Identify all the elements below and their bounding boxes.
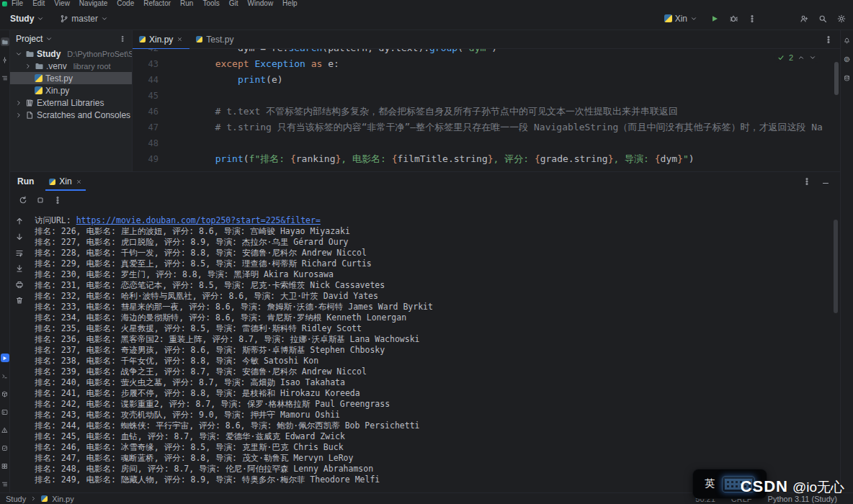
prev-occurrence-button[interactable] [15,217,24,225]
menu-bar: FileEditViewNavigateCodeRefactorRunTools… [0,0,853,7]
chevron-down-icon[interactable] [14,50,22,58]
editor-tab-xin-py[interactable]: Xin.py [133,30,189,49]
project-widget[interactable]: Study [7,12,47,25]
tree-item-study[interactable]: StudyD:\PythonProSet\Study [10,48,132,60]
line-number[interactable]: 46 [133,104,170,120]
project-panel: Project StudyD:\PythonProSet\Study.venvl… [10,30,133,171]
editor-tabs: Xin.pyTest.py [133,30,840,49]
run-config-widget[interactable]: Xin [661,12,700,25]
close-icon[interactable] [76,179,82,185]
terminal-toolwindow-button[interactable] [1,372,9,380]
movie-output-line: 排名: 231, 电影名: 恋恋笔记本, 评分: 8.5, 导演: 尼克·卡索维… [35,280,840,291]
menu-navigate[interactable]: Navigate [79,0,107,7]
code-with-me-button[interactable] [800,14,808,23]
problems-toolwindow-button[interactable] [1,426,9,434]
hide-panel-button[interactable] [821,177,830,186]
editor-scrollbar[interactable] [834,62,839,95]
inspections-widget[interactable]: 2 [774,53,820,63]
console-scrollbar[interactable] [834,220,838,313]
structure-icon [1,75,8,81]
close-icon[interactable] [177,36,183,42]
run-button[interactable] [710,14,719,23]
search-everywhere-button[interactable] [818,14,827,23]
movie-output-line: 排名: 243, 电影名: 攻壳机动队, 评分: 9.0, 导演: 押井守 Ma… [35,410,840,420]
menu-refactor[interactable]: Refactor [143,0,171,7]
editor-tab-test-py[interactable]: Test.py [189,30,240,49]
menu-help[interactable]: Help [282,0,298,7]
csdn-watermark: CSDN@io无心 [741,477,844,497]
menu-git[interactable]: Git [229,0,238,7]
bookmarks-toolwindow-button[interactable] [1,480,9,488]
douban-url-link[interactable]: https://movie.douban.com/top250?start=22… [76,215,321,225]
watermark-handle: @io无心 [792,480,844,495]
debug-button[interactable] [729,14,738,23]
menu-edit[interactable]: Edit [32,0,45,7]
code-editor[interactable]: 42 dym = re.search(pattern, dy.text).gro… [133,49,840,171]
tree-item-xin-py[interactable]: Xin.py [10,84,132,96]
project-toolwindow-button[interactable] [1,37,9,46]
line-number[interactable]: 49 [133,151,170,167]
stop-button[interactable] [36,196,45,204]
python-icon [49,179,55,185]
tab-options-button[interactable] [824,35,833,44]
line-number[interactable]: 47 [133,120,170,135]
movie-output-line: 排名: 235, 电影名: 火星救援, 评分: 8.5, 导演: 雷德利·斯科特… [35,323,840,334]
more-actions-button[interactable] [748,14,756,23]
menu-window[interactable]: Window [248,0,274,7]
menu-view[interactable]: View [54,0,70,7]
chevron-right-icon[interactable] [24,63,32,70]
scratch-icon [25,111,34,120]
commit-toolwindow-button[interactable] [1,55,9,64]
rerun-button[interactable] [19,196,27,204]
chevron-right-icon[interactable] [14,99,22,107]
tree-item-scratches-and-consoles[interactable]: Scratches and Consoles [10,109,132,121]
run-toolwindow-button[interactable] [1,354,9,362]
structure-toolwindow-button[interactable] [1,73,9,82]
line-number[interactable]: 44 [133,72,170,88]
code-text: # t.string 只有当该标签的内容“非常干净”—整个标签里只存在唯一一段 … [170,120,823,135]
notifications-button[interactable] [843,36,852,45]
movie-output-line: 排名: 236, 电影名: 黑客帝国2: 重装上阵, 评分: 8.7, 导演: … [35,334,840,345]
tree-item--venv[interactable]: .venvlibrary root [10,60,132,72]
print-button[interactable] [15,280,24,289]
chevron-up-icon[interactable] [798,54,805,61]
breadcrumb-project[interactable]: Study [6,495,26,503]
run-more-options-button[interactable] [53,196,62,204]
next-occurrence-button[interactable] [15,233,24,241]
python-file-icon [41,495,48,502]
line-number[interactable]: 48 [133,135,170,151]
settings-button[interactable] [837,14,846,23]
menu-run[interactable]: Run [180,0,193,7]
clear-all-button[interactable] [15,296,24,305]
check-icon [777,54,785,61]
run-console-output[interactable]: 访问URL: https://movie.douban.com/top250?s… [29,210,840,492]
tree-item-external-libraries[interactable]: External Libraries [10,96,132,109]
todo-toolwindow-button[interactable] [1,444,9,452]
python-console-toolwindow-button[interactable] [1,408,9,416]
services-toolwindow-button[interactable] [1,462,9,470]
line-number[interactable]: 43 [133,56,170,72]
run-panel-options-button[interactable] [803,177,811,186]
panel-options-button[interactable] [119,35,126,42]
menu-tools[interactable]: Tools [202,0,219,7]
movie-output-line: 排名: 247, 电影名: 魂断蓝桥, 评分: 8.8, 导演: 茂文·勒鲁瓦 … [35,453,840,464]
chevron-down-icon[interactable] [809,54,816,61]
ai-assistant-button[interactable]: @ [843,55,852,63]
chevron-right-icon[interactable] [14,112,22,119]
tree-item-label: Study [37,49,61,59]
run-tab-xin[interactable]: Xin [45,172,85,191]
python-packages-toolwindow-button[interactable] [1,390,9,398]
right-toolwindow-strip: @ [840,30,853,492]
line-number[interactable]: 45 [133,88,170,104]
database-button[interactable] [843,73,852,82]
branch-widget[interactable]: master [57,12,111,25]
tree-item-test-py[interactable]: Test.py [10,72,132,84]
menu-code[interactable]: Code [117,0,134,7]
line-number[interactable]: 42 [133,49,170,56]
scroll-to-end-button[interactable] [15,264,24,273]
soft-wrap-button[interactable] [15,248,24,257]
run-tw-icon [1,355,8,361]
menu-file[interactable]: File [12,0,23,7]
breadcrumb-file[interactable]: Xin.py [52,495,74,503]
project-panel-header[interactable]: Project [10,30,132,48]
